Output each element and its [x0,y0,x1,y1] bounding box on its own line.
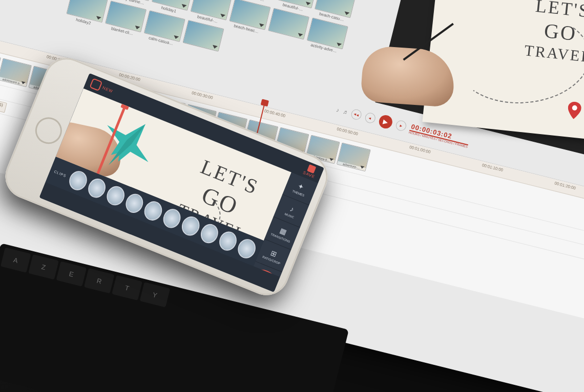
play-button[interactable]: ▶ [378,114,394,130]
prev-frame-button[interactable]: ◂◂ [350,108,362,121]
save-button[interactable]: SAVE [302,163,319,180]
media-thumb[interactable] [182,20,224,53]
keyboard-key: A [1,247,31,272]
media-thumb[interactable]: blanket-cli… [103,1,147,38]
clip-thumb[interactable] [123,191,146,215]
clip-thumb[interactable] [198,222,221,246]
clips-label: CLIPS [54,169,67,178]
media-thumb[interactable]: beach-beac… [228,0,271,35]
media-thumb[interactable]: holiday2 [65,0,108,28]
media-thumb[interactable] [268,8,309,41]
clip-thumb[interactable] [179,214,202,238]
media-thumb[interactable]: calm-casua… [142,10,185,48]
clip-thumb[interactable] [217,229,240,253]
clip-thumb[interactable] [235,236,258,261]
clip-thumb[interactable] [160,206,183,231]
new-label: NEW [102,85,114,93]
ruler-mark: 00:01:10:00 [482,163,504,172]
clip-thumb[interactable] [141,199,164,223]
ruler-mark: 00:01:00:00 [409,145,431,155]
keyboard-key: R [84,268,115,293]
clip-thumb[interactable] [67,168,90,193]
ruler-mark: 00:00:50:00 [337,127,359,137]
new-icon [89,78,102,91]
prev-button[interactable]: ◂ [364,112,376,124]
map-pin-icon [567,101,582,123]
preview-title: LET'S GO TRAVEL [506,0,584,68]
keyboard-key: E [56,262,87,287]
photo-scene: ↶↷✂⧉🗑⋯⊕⤢⌖↔⚙≡ casual-en…cliffs-fri…back-v… [0,0,584,392]
keyboard-key: T [112,275,142,300]
clip-thumb[interactable] [104,184,127,208]
keyboard-key: Z [28,254,59,279]
timeline-clip[interactable]: adolescent-a… [0,58,32,88]
timeline-clip[interactable]: adventure-… [337,143,371,172]
media-thumb[interactable]: activity-adve… [305,17,348,55]
next-button[interactable]: ▸ [395,119,407,132]
airplane-icon [444,0,519,9]
ruler-mark: 00:01:20:00 [554,181,576,190]
keyboard-key: Y [140,282,171,307]
clip-thumb[interactable] [85,176,108,201]
